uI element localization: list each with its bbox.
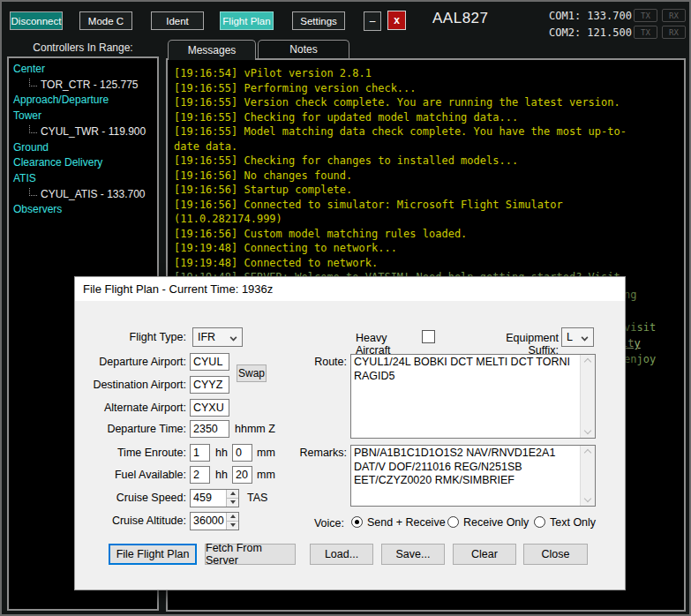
route-textarea[interactable]: CYUL1/24L BOBKI DCT MELTI DCT TORNI RAGI… [350,354,596,439]
com2-tx-toggle[interactable]: TX [634,26,657,39]
vpilot-window: Disconnect Mode C Ident Flight Plan Sett… [0,0,691,616]
radio-icon[interactable] [534,516,545,528]
occluded-text-fragment: visit [624,321,656,334]
scroll-down-icon[interactable] [584,428,591,435]
remarks-scrollbar[interactable] [580,446,595,506]
spin-down-icon[interactable] [226,522,238,530]
sidebar-item-tor-ctr[interactable]: TOR_CTR - 125.775 [13,78,155,94]
flight-type-label: Flight Type: [75,331,186,343]
sidebar-item-tower[interactable]: Tower [13,109,155,124]
fuel-available-mm-field[interactable] [232,466,252,484]
chevron-down-icon [230,334,237,342]
clear-button[interactable]: Clear [453,544,516,565]
sidebar-item-ground[interactable]: Ground [13,140,155,156]
console-line: [19:16:55] Version check complete. You a… [174,95,681,110]
fuel-available-hh-field[interactable] [190,466,210,484]
console-line: [19:16:56] Startup complete. [174,183,681,198]
file-flight-plan-dialog: File Flight Plan - Current Time: 1936z F… [74,276,626,590]
departure-airport-field[interactable] [190,353,229,371]
tree-connector-icon [29,125,37,133]
chevron-down-icon [582,334,589,342]
sidebar-item-cyul-atis[interactable]: CYUL_ATIS - 133.700 [13,187,155,203]
departure-time-field[interactable] [190,420,229,438]
console-line: [19:16:54] vPilot version 2.8.1 [174,66,681,81]
occluded-text-fragment: ng [624,289,636,301]
spin-down-icon[interactable] [226,499,238,507]
sidebar-item-cyul-twr[interactable]: CYUL_TWR - 119.900 [13,124,155,140]
com1-rx-toggle[interactable]: RX [662,9,686,22]
disconnect-button[interactable]: Disconnect [10,11,63,30]
sidebar-item-clearance-delivery[interactable]: Clearance Delivery [13,155,155,171]
console-line: [19:16:56] Connected to simulator: Micro… [174,198,681,213]
scroll-up-icon[interactable] [584,357,591,364]
equipment-suffix-select[interactable]: L [561,327,594,347]
fuel-available-hh-unit: hh [215,469,228,481]
console-line: [19:19:48] Connecting to network... [174,241,681,256]
cruise-speed-stepper[interactable]: 459 [190,489,239,507]
close-button[interactable]: Close [523,544,588,565]
departure-time-format-hint: hhmm Z [235,423,275,435]
spin-up-icon[interactable] [226,513,238,522]
console-line: [19:16:55] Performing version check... [174,81,681,96]
console-line: (11.0.282174.999) [174,212,681,227]
time-enroute-mm-field[interactable] [232,444,252,462]
sidebar-item-atis[interactable]: ATIS [13,171,155,187]
console-line: date data. [174,139,681,154]
scroll-down-icon[interactable] [584,496,591,503]
com2-rx-toggle[interactable]: RX [662,26,686,39]
radio-selected-icon[interactable] [351,516,363,528]
time-enroute-hh-field[interactable] [190,444,210,462]
console-line: [19:16:56] Custom model matching rules l… [174,227,681,242]
heavy-aircraft-checkbox[interactable] [422,330,435,343]
time-enroute-label: Time Enroute: [75,447,186,459]
heavy-aircraft-label: Heavy Aircraft [356,332,414,357]
cruise-speed-unit: TAS [247,492,267,504]
com2-frequency: COM2: 121.500 [549,26,632,39]
dialog-title-bar[interactable]: File Flight Plan - Current Time: 1936z [75,277,625,301]
settings-button[interactable]: Settings [292,11,345,30]
spin-up-icon[interactable] [226,490,238,499]
tree-connector-icon [29,79,37,86]
voice-option-text-only[interactable]: Text Only [534,516,596,529]
voice-option-send-receive[interactable]: Send + Receive [351,516,446,529]
cruise-altitude-label: Cruise Altitude: [75,515,186,527]
remarks-textarea[interactable]: PBN/A1B1C1D1O1S2 NAV/RNVD1E2A1 DAT/V DOF… [350,445,596,507]
cruise-altitude-stepper[interactable]: 36000 [190,512,239,530]
flight-plan-button[interactable]: Flight Plan [220,11,274,30]
close-window-button[interactable]: x [387,11,406,30]
radio-icon[interactable] [447,516,459,528]
file-flight-plan-submit-button[interactable]: File Flight Plan [109,544,197,565]
departure-time-label: Departure Time: [75,423,186,435]
alternate-airport-label: Alternate Airport: [75,402,186,414]
sidebar-item-approach-departure[interactable]: Approach/Departure [13,93,155,109]
console-line: [19:16:55] Checking for changes to insta… [174,154,681,169]
com1-frequency: COM1: 133.700 [549,10,632,22]
route-label: Route: [252,356,347,368]
cruise-speed-label: Cruise Speed: [75,492,186,504]
tab-notes[interactable]: Notes [258,40,349,58]
flight-type-select[interactable]: IFR [192,327,243,347]
destination-airport-label: Destination Airport: [75,379,186,391]
voice-option-receive-only[interactable]: Receive Only [447,516,529,529]
callsign: AAL827 [432,10,489,27]
tab-messages[interactable]: Messages [168,40,256,60]
sidebar-item-center[interactable]: Center [13,62,155,78]
load-button[interactable]: Load... [310,544,373,565]
occluded-text-fragment: enjoy [624,353,656,365]
mode-c-button[interactable]: Mode C [79,11,132,30]
minimize-button[interactable]: – [364,11,381,31]
save-button[interactable]: Save... [381,544,445,565]
com1-tx-toggle[interactable]: TX [634,9,657,22]
ident-button[interactable]: Ident [151,11,204,30]
alternate-airport-field[interactable] [190,399,229,417]
fuel-available-mm-unit: mm [257,469,275,481]
console-line: [19:16:55] Checking for updated model ma… [174,110,681,125]
console-line: [19:16:56] No changes found. [174,169,681,184]
destination-airport-field[interactable] [190,376,229,394]
dialog-title: File Flight Plan - Current Time: 1936z [83,282,273,296]
controllers-header: Controllers In Range: [2,41,164,54]
scroll-up-icon[interactable] [584,448,591,455]
route-scrollbar[interactable] [580,355,595,438]
sidebar-item-observers[interactable]: Observers [13,202,155,218]
fetch-from-server-button[interactable]: Fetch From Server [205,544,296,565]
